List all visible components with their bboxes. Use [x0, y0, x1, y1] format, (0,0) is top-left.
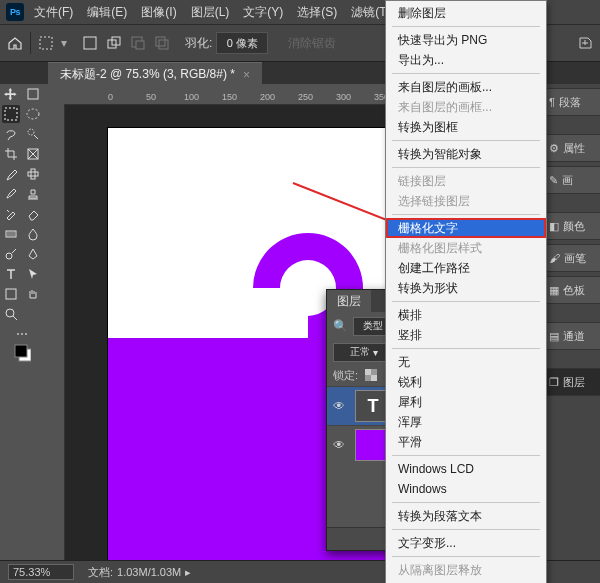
ctx-item[interactable]: 浑厚 [386, 412, 546, 432]
ctx-item[interactable]: 栅格化文字 [386, 218, 546, 238]
intersect-selection-icon[interactable] [153, 34, 171, 52]
eyedropper-tool[interactable] [2, 165, 20, 183]
ctx-item: 选择链接图层 [386, 191, 546, 211]
svg-rect-9 [5, 108, 17, 120]
svg-point-16 [6, 253, 12, 259]
new-selection-icon[interactable] [81, 34, 99, 52]
zoom-field[interactable]: 75.33% [8, 564, 74, 580]
svg-rect-24 [365, 369, 371, 375]
move-tool[interactable] [2, 85, 20, 103]
panel-swatch[interactable]: ▦色板 [544, 276, 600, 304]
svg-rect-1 [84, 37, 96, 49]
sliders-icon: ⚙ [549, 142, 559, 155]
menu-file[interactable]: 文件(F) [34, 4, 73, 21]
ctx-item: 栅格化图层样式 [386, 238, 546, 258]
panel-hua[interactable]: ✎画 [544, 166, 600, 194]
ctx-item[interactable]: 横排 [386, 305, 546, 325]
ctx-item[interactable]: 转换为段落文本 [386, 506, 546, 526]
healing-tool[interactable] [24, 165, 42, 183]
menu-select[interactable]: 选择(S) [297, 4, 337, 21]
close-tab-icon[interactable]: × [243, 68, 250, 82]
home-icon[interactable] [6, 34, 24, 52]
path-select-tool[interactable] [24, 265, 42, 283]
lock-transparency-icon[interactable] [362, 366, 380, 384]
svg-point-11 [28, 129, 34, 135]
shape-tool[interactable] [2, 285, 20, 303]
feather-field: 羽化: [185, 32, 268, 54]
ctx-item[interactable]: Windows LCD [386, 459, 546, 479]
menu-type[interactable]: 文字(Y) [243, 4, 283, 21]
frame-tool[interactable] [24, 145, 42, 163]
stamp-tool[interactable] [24, 185, 42, 203]
antialias-label: 消除锯齿 [288, 35, 336, 52]
layers-tab[interactable]: 图层 [327, 290, 371, 312]
panel-channel[interactable]: ▤通道 [544, 322, 600, 350]
svg-rect-21 [294, 346, 324, 388]
tool-preset[interactable]: ▾ [37, 34, 67, 52]
hand-tool[interactable] [24, 285, 42, 303]
ruler-origin[interactable] [44, 84, 65, 105]
channel-icon: ▤ [549, 330, 559, 343]
marquee-tool[interactable] [2, 105, 20, 123]
ctx-item[interactable]: 转换为图框 [386, 117, 546, 137]
ctx-item[interactable]: 快速导出为 PNG [386, 30, 546, 50]
ctx-item[interactable]: 导出为... [386, 50, 546, 70]
panel-paragraph[interactable]: ¶段落 [544, 88, 600, 116]
dodge-tool[interactable] [2, 245, 20, 263]
brush2-icon: 🖌 [549, 252, 560, 264]
marquee-icon [37, 34, 55, 52]
menu-image[interactable]: 图像(I) [141, 4, 176, 21]
svg-rect-25 [371, 375, 377, 381]
share-icon[interactable] [576, 34, 594, 52]
zoom-tool[interactable] [2, 305, 20, 323]
menu-edit[interactable]: 编辑(E) [87, 4, 127, 21]
ctx-item[interactable]: 来自图层的画板... [386, 77, 546, 97]
ctx-item[interactable]: 转换为形状 [386, 278, 546, 298]
eraser-tool[interactable] [24, 205, 42, 223]
ctx-item[interactable]: 平滑 [386, 432, 546, 452]
subtract-selection-icon[interactable] [129, 34, 147, 52]
ctx-item[interactable]: 文字变形... [386, 533, 546, 553]
right-dock: ¶段落 ⚙属性 ✎画 ◧颜色 🖌画笔 ▦色板 ▤通道 ❐图层 [543, 84, 600, 561]
panel-brush[interactable]: 🖌画笔 [544, 244, 600, 272]
search-icon[interactable]: 🔍 [333, 319, 348, 333]
blur-tool[interactable] [24, 225, 42, 243]
ctx-item[interactable]: 转换为智能对象 [386, 144, 546, 164]
add-selection-icon[interactable] [105, 34, 123, 52]
ellipse-marquee-tool[interactable] [24, 105, 42, 123]
visibility-icon[interactable]: 👁 [333, 438, 347, 452]
panel-layer[interactable]: ❐图层 [544, 368, 600, 396]
feather-input[interactable] [216, 32, 268, 54]
quick-select-tool[interactable] [24, 125, 42, 143]
lasso-tool[interactable] [2, 125, 20, 143]
chevron-right-icon: ▸ [185, 566, 191, 579]
doc-size[interactable]: 文档: 1.03M/1.03M ▸ [88, 565, 191, 580]
pen-tool[interactable] [24, 245, 42, 263]
svg-point-18 [6, 309, 14, 317]
ctx-item[interactable]: 犀利 [386, 392, 546, 412]
history-brush-tool[interactable] [2, 205, 20, 223]
gradient-tool[interactable] [2, 225, 20, 243]
app-logo: Ps [6, 3, 24, 21]
ctx-item: 从隔离图层释放 [386, 560, 546, 580]
visibility-icon[interactable]: 👁 [333, 399, 347, 413]
color-swatches[interactable] [13, 341, 31, 367]
artboard-tool[interactable] [24, 85, 42, 103]
ctx-item[interactable]: 删除图层 [386, 3, 546, 23]
ctx-item[interactable]: 竖排 [386, 325, 546, 345]
crop-tool[interactable] [2, 145, 20, 163]
ctx-item[interactable]: 无 [386, 352, 546, 372]
ctx-item[interactable]: Windows [386, 479, 546, 499]
document-tab[interactable]: 未标题-2 @ 75.3% (3, RGB/8#) * × [48, 62, 262, 87]
type-tool[interactable] [2, 265, 20, 283]
ctx-item[interactable]: 锐利 [386, 372, 546, 392]
brush-icon: ✎ [549, 174, 558, 187]
ruler-vertical[interactable] [44, 104, 65, 561]
panel-color[interactable]: ◧颜色 [544, 212, 600, 240]
brush-tool[interactable] [2, 185, 20, 203]
panel-properties[interactable]: ⚙属性 [544, 134, 600, 162]
context-menu: 删除图层快速导出为 PNG导出为...来自图层的画板...来自图层的画框...转… [385, 0, 547, 583]
toolbox: ⋯ [0, 84, 45, 561]
menu-layer[interactable]: 图层(L) [191, 4, 230, 21]
ctx-item[interactable]: 创建工作路径 [386, 258, 546, 278]
